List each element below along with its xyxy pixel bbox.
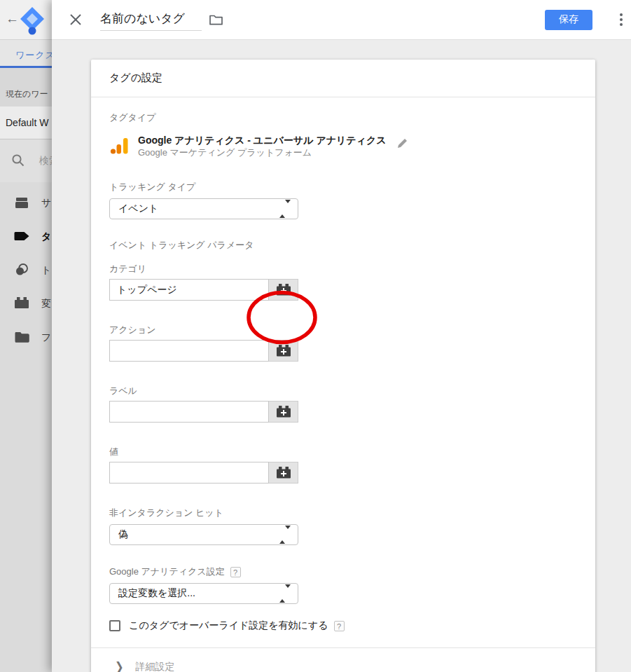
advanced-settings-label: 詳細設定 [136, 661, 175, 672]
category-field: カテゴリ [109, 263, 577, 301]
category-input[interactable] [109, 279, 269, 301]
sidebar-item-label: タ [41, 231, 51, 243]
label-label: ラベル [109, 385, 577, 397]
tag-config-card-title: タグの設定 [91, 60, 595, 97]
folder-icon [14, 331, 29, 345]
sidebar-item-overview[interactable]: サ [0, 186, 52, 220]
non-interaction-select[interactable]: 偽 [109, 524, 298, 545]
search-label: 検索 [39, 155, 52, 167]
ga-settings-label: Google アナリティクス設定 [109, 565, 225, 578]
select-spinner-icon [279, 203, 291, 214]
non-interaction-value: 偽 [118, 528, 128, 541]
chevron-right-icon: ❯ [115, 659, 124, 672]
sidebar-item-label: サ [41, 197, 51, 210]
action-label: アクション [109, 324, 577, 336]
category-label: カテゴリ [109, 263, 577, 275]
close-button[interactable] [69, 13, 83, 27]
tracking-type-select[interactable]: イベント [109, 198, 298, 219]
override-label: このタグでオーバーライド設定を有効にする [129, 619, 328, 632]
select-spinner-icon [279, 588, 291, 599]
sidebar-item-label: 変 [41, 298, 51, 310]
editor-body: タグの設定 タグタイプ Google アナリティクス - ユニバーサ [52, 40, 631, 672]
sidebar-search[interactable]: 検索 [0, 139, 52, 182]
tag-type-label: タグタイプ [109, 111, 577, 124]
tag-type-text: Google アナリティクス - ユニバーサル アナリティクス Google マ… [138, 134, 387, 158]
trigger-icon [14, 263, 29, 279]
google-analytics-icon [109, 135, 129, 158]
tab-workspace[interactable]: ワークス [15, 49, 52, 62]
tracking-type-value: イベント [118, 203, 158, 215]
tag-name-field[interactable]: 名前のないタグ [100, 9, 202, 31]
tag-config-card-body: タグタイプ Google アナリティクス - ユニバーサル アナリティクス Go [91, 111, 595, 672]
tag-type-platform: Google マーケティング プラットフォーム [138, 146, 387, 158]
action-variable-picker-button[interactable] [269, 340, 298, 362]
tag-type-row[interactable]: Google アナリティクス - ユニバーサル アナリティクス Google マ… [109, 134, 577, 158]
background-sidebar: ← ワークス 現在のワー Default W 検索 [0, 0, 52, 672]
gtm-logo [19, 6, 46, 39]
more-menu-button[interactable] [616, 9, 627, 30]
tracking-type-label: トラッキング タイプ [109, 181, 577, 193]
override-row: このタグでオーバーライド設定を有効にする ? [109, 619, 577, 632]
value-label: 値 [109, 446, 577, 458]
select-spinner-icon [279, 529, 291, 540]
tag-editor-panel: 名前のないタグ 保存 タグの設定 タグタイプ [52, 0, 631, 672]
search-icon [11, 153, 25, 169]
current-workspace-label: 現在のワー [0, 68, 52, 107]
gtm-tag-editor-page: ← ワークス 現在のワー Default W 検索 [0, 0, 631, 672]
category-variable-picker-button[interactable] [269, 279, 298, 301]
tag-name-text: 名前のないタグ [100, 12, 185, 25]
override-help-icon[interactable]: ? [334, 621, 345, 631]
ga-settings-value: 設定変数を選択... [118, 587, 195, 600]
label-variable-picker-button[interactable] [269, 401, 298, 423]
folder-select-button[interactable] [209, 14, 223, 26]
value-input[interactable] [109, 462, 269, 484]
non-interaction-label: 非インタラクション ヒット [109, 507, 577, 519]
label-input[interactable] [109, 401, 269, 423]
sidebar-nav: サ タ ト [0, 182, 52, 672]
edit-pencil-icon[interactable] [396, 138, 408, 152]
background-topbar: ← [0, 0, 52, 40]
label-field: ラベル [109, 385, 577, 423]
editor-header: 名前のないタグ 保存 [52, 0, 631, 40]
sidebar-item-variables[interactable]: 変 [0, 287, 52, 321]
event-params-heading: イベント トラッキング パラメータ [109, 239, 577, 252]
overview-icon [14, 196, 29, 212]
tag-type-name: Google アナリティクス - ユニバーサル アナリティクス [138, 134, 387, 146]
value-field: 値 [109, 446, 577, 484]
sidebar-item-folders[interactable]: フ [0, 321, 52, 355]
back-arrow-icon[interactable]: ← [6, 11, 19, 27]
workspace-tab-bar: ワークス [0, 40, 52, 68]
ga-settings-select[interactable]: 設定変数を選択... [109, 583, 298, 604]
value-variable-picker-button[interactable] [269, 462, 298, 484]
ga-settings-help-icon[interactable]: ? [230, 567, 241, 577]
variable-brick-icon [14, 297, 29, 311]
sidebar-item-triggers[interactable]: ト [0, 254, 52, 287]
tag-icon [14, 231, 29, 243]
save-button[interactable]: 保存 [545, 10, 592, 30]
sidebar-item-label: ト [41, 264, 51, 277]
action-field: アクション [109, 324, 577, 362]
action-input[interactable] [109, 340, 269, 362]
advanced-settings-toggle[interactable]: ❯ 詳細設定 [109, 648, 577, 672]
override-checkbox[interactable] [109, 620, 120, 631]
active-tab-underline [0, 66, 52, 68]
sidebar-item-tags[interactable]: タ [0, 220, 52, 254]
tag-configuration-card: タグの設定 タグタイプ Google アナリティクス - ユニバーサ [91, 60, 595, 672]
workspace-name[interactable]: Default W [0, 107, 52, 139]
sidebar-item-label: フ [41, 331, 51, 344]
